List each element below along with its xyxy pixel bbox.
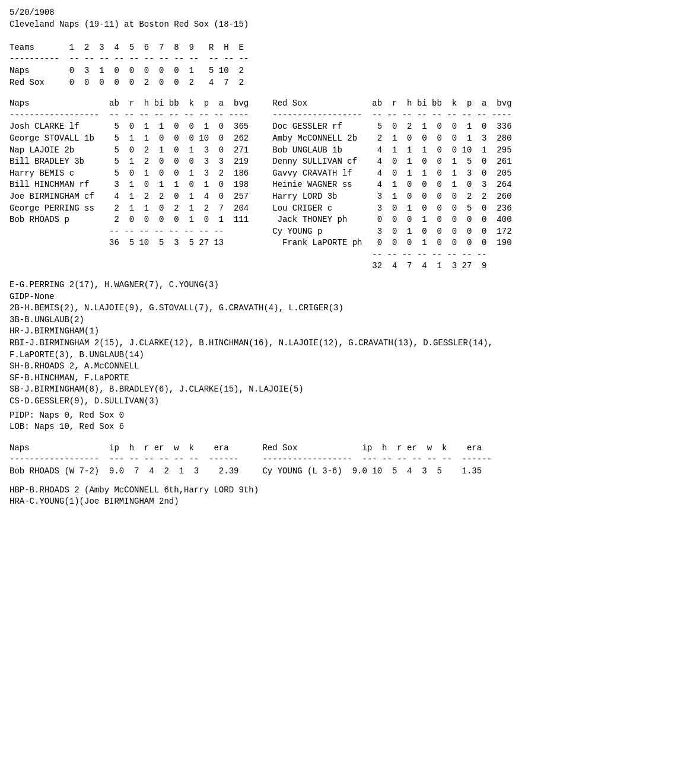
linescore-title: Teams 1 2 3 4 5 6 7 8 9 R H E [9, 43, 244, 52]
naps-batting-header: Naps ab r h bi bb k p a bvg [9, 98, 249, 108]
scoreboard: 5/20/1908 Cleveland Naps (19-11) at Bost… [9, 7, 691, 88]
misc-section: PIDP: Naps 0, Red Sox 0 LOB: Naps 10, Re… [9, 410, 691, 433]
naps-batting-totals: 36 5 10 5 3 5 27 13 [9, 238, 224, 247]
naps-batting-divider: ------------------ -- -- -- -- -- -- -- … [9, 110, 249, 120]
redsox-batting-sep: -- -- -- -- -- -- -- -- [272, 250, 486, 259]
extra-notes-section: HBP-B.RHOADS 2 (Amby McCONNELL 6th,Harry… [9, 485, 691, 508]
naps-pitching-divider: ------------------ --- -- -- -- -- -- --… [9, 454, 238, 464]
misc-content: PIDP: Naps 0, Red Sox 0 LOB: Naps 10, Re… [9, 411, 124, 432]
redsox-batting: Red Sox ab r h bi bb k p a bvg ---------… [272, 98, 511, 272]
naps-pitching-pitchers: Bob RHOADS (W 7-2) 9.0 7 4 2 1 3 2.39 [9, 466, 238, 476]
redsox-pitching-header: Red Sox ip h r er w k era [262, 443, 482, 453]
naps-batting-sep: -- -- -- -- -- -- -- -- [9, 227, 224, 236]
linescore-naps: Naps 0 3 1 0 0 0 0 0 1 5 10 2 [9, 66, 244, 75]
redsox-pitching-divider: ------------------ --- -- -- -- -- -- --… [262, 454, 491, 464]
batting-section: Naps ab r h bi bb k p a bvg ------------… [9, 98, 691, 272]
redsox-batting-divider: ------------------ -- -- -- -- -- -- -- … [272, 110, 511, 120]
matchup: Cleveland Naps (19-11) at Boston Red Sox… [9, 20, 249, 29]
naps-batting-players: Josh CLARKE lf 5 0 1 1 0 0 1 0 365 Georg… [9, 122, 249, 224]
linescore-divider: ---------- -- -- -- -- -- -- -- -- -- --… [9, 54, 249, 63]
naps-pitching-header: Naps ip h r er w k era [9, 443, 229, 453]
notes-section: E-G.PERRING 2(17), H.WAGNER(7), C.YOUNG(… [9, 279, 691, 408]
naps-pitching: Naps ip h r er w k era -----------------… [9, 443, 238, 478]
redsox-batting-header: Red Sox ab r h bi bb k p a bvg [272, 98, 511, 108]
redsox-pitching-pitchers: Cy YOUNG (L 3-6) 9.0 10 5 4 3 5 1.35 [262, 466, 482, 476]
naps-batting: Naps ab r h bi bb k p a bvg ------------… [9, 98, 249, 272]
redsox-batting-players: Doc GESSLER rf 5 0 2 1 0 0 1 0 336 Amby … [272, 122, 511, 247]
extra-notes-content: HBP-B.RHOADS 2 (Amby McCONNELL 6th,Harry… [9, 485, 259, 507]
redsox-pitching: Red Sox ip h r er w k era --------------… [262, 443, 491, 478]
notes-content: E-G.PERRING 2(17), H.WAGNER(7), C.YOUNG(… [9, 280, 493, 406]
redsox-batting-totals: 32 4 7 4 1 3 27 9 [272, 261, 486, 271]
linescore-redsox: Red Sox 0 0 0 0 0 2 0 0 2 4 7 2 [9, 78, 244, 87]
pitching-section: Naps ip h r er w k era -----------------… [9, 443, 691, 478]
date: 5/20/1908 [9, 8, 55, 17]
